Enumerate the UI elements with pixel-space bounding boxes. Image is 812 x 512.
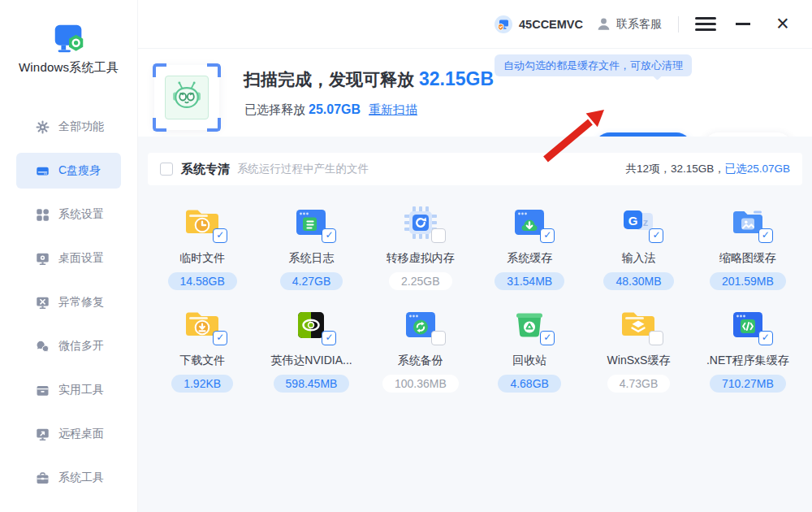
- minimize-button[interactable]: [736, 15, 754, 33]
- main-area: 45CCEMVC 联系客服: [138, 0, 812, 512]
- section-stats-selected: 已选25.07GB: [725, 163, 790, 175]
- item-size-badge: 201.59MB: [710, 272, 786, 290]
- clean-item[interactable]: 回收站 4.68GB: [475, 306, 584, 393]
- item-label: .NET程序集缓存: [693, 354, 802, 368]
- item-size-badge: 14.58GB: [168, 272, 237, 290]
- item-size-badge: 31.54MB: [495, 272, 564, 290]
- item-label: 下载文件: [148, 354, 257, 368]
- desktop-gear-icon: [36, 252, 50, 266]
- releasable-size: 32.15GB: [419, 68, 494, 89]
- item-checkbox[interactable]: [540, 228, 555, 243]
- item-label: 转移虚拟内存: [366, 251, 475, 266]
- sidebar-item-label: 桌面设置: [58, 251, 104, 266]
- person-icon: [596, 16, 611, 32]
- clean-item[interactable]: 缩略图缓存 201.59MB: [693, 203, 802, 290]
- menu-button[interactable]: [695, 17, 716, 31]
- item-checkbox[interactable]: [322, 228, 336, 243]
- app-window: Windows系统工具 全部功能 C盘瘦身 系统设置: [0, 0, 812, 512]
- sidebar-item-label: 异常修复: [58, 295, 104, 310]
- item-label: 输入法: [584, 251, 693, 266]
- sidebar-item-remote-desktop[interactable]: 远程桌面: [16, 412, 121, 456]
- clean-item[interactable]: 英伟达NVIDIA... 598.45MB: [257, 306, 365, 393]
- user-id: 45CCEMVC: [519, 18, 583, 31]
- svg-text:z: z: [643, 216, 649, 228]
- sidebar-item-label: 系统工具: [58, 471, 104, 485]
- item-checkbox[interactable]: [431, 331, 446, 345]
- sidebar-item-label: 系统设置: [58, 207, 104, 222]
- clean-item[interactable]: WinSxS缓存 4.73GB: [584, 306, 693, 393]
- sidebar-item-wechat-multi[interactable]: 微信多开: [16, 324, 121, 368]
- app-logo-icon: [50, 20, 88, 57]
- close-button[interactable]: [773, 15, 793, 34]
- item-checkbox[interactable]: [540, 331, 555, 345]
- item-checkbox[interactable]: [322, 331, 336, 345]
- clean-items-grid: 临时文件 14.58GB: [148, 185, 802, 393]
- item-checkbox[interactable]: [649, 228, 663, 243]
- titlebar-divider: [678, 16, 679, 33]
- remote-desktop-icon: [36, 427, 50, 441]
- contact-support-button[interactable]: 联系客服: [596, 16, 662, 32]
- sidebar-item-utility-tools[interactable]: 实用工具: [16, 368, 121, 412]
- scan-result-subtitle: 已选择释放25.07GB重新扫描: [244, 102, 417, 118]
- item-checkbox[interactable]: [213, 331, 227, 345]
- repair-icon: [36, 296, 50, 310]
- item-label: 临时文件: [148, 251, 257, 266]
- clean-item[interactable]: 系统备份 100.36MB: [366, 306, 475, 393]
- clean-item[interactable]: .NET程序集缓存 710.27MB: [693, 306, 802, 393]
- scan-header: 扫描完成，发现可释放32.15GB 已选择释放25.07GB重新扫描 自动勾选的…: [138, 49, 812, 137]
- sidebar-item-label: 实用工具: [58, 383, 104, 397]
- clean-item[interactable]: 系统缓存 31.54MB: [475, 203, 584, 290]
- clean-item[interactable]: 临时文件 14.58GB: [148, 203, 257, 290]
- sidebar-item-desktop-settings[interactable]: 桌面设置: [16, 236, 121, 280]
- item-checkbox[interactable]: [758, 331, 773, 345]
- sidebar: Windows系统工具 全部功能 C盘瘦身 系统设置: [0, 0, 138, 512]
- clean-tooltip: 自动勾选的都是缓存文件，可放心清理: [495, 54, 692, 76]
- section-checkbox[interactable]: [160, 163, 173, 176]
- clean-item[interactable]: 转移虚拟内存 2.25GB: [366, 203, 475, 290]
- item-size-badge: 48.30MB: [603, 272, 673, 290]
- item-size-badge: 1.92KB: [171, 375, 233, 393]
- sidebar-menu: 全部功能 C盘瘦身 系统设置 桌面设置: [0, 105, 137, 500]
- item-size-badge: 100.36MB: [382, 375, 459, 393]
- section-stats: 共12项，32.15GB，已选25.07GB: [625, 162, 790, 176]
- item-size-badge: 598.45MB: [274, 375, 350, 393]
- section-title: 系统专清: [181, 162, 230, 177]
- scan-robot-icon: [154, 65, 219, 130]
- item-size-badge: 2.25GB: [389, 272, 451, 290]
- item-label: 回收站: [475, 354, 584, 368]
- clean-item[interactable]: 下载文件 1.92KB: [148, 306, 257, 393]
- sidebar-item-system-settings[interactable]: 系统设置: [16, 193, 121, 236]
- clean-item[interactable]: z G 输入法 48.30MB: [584, 203, 693, 290]
- item-checkbox[interactable]: [649, 331, 663, 345]
- svg-text:G: G: [628, 214, 638, 228]
- item-label: 英伟达NVIDIA...: [257, 354, 365, 368]
- scan-result-title: 扫描完成，发现可释放32.15GB: [244, 68, 494, 91]
- item-size-badge: 4.68GB: [498, 375, 560, 393]
- item-label: 系统日志: [257, 251, 365, 266]
- item-checkbox[interactable]: [431, 228, 446, 243]
- rescan-link[interactable]: 重新扫描: [369, 102, 417, 116]
- selected-size: 25.07GB: [309, 102, 361, 116]
- item-label: 系统备份: [366, 354, 475, 368]
- toolbox-icon: [36, 471, 50, 485]
- sidebar-item-c-drive-slim[interactable]: C盘瘦身: [16, 149, 121, 193]
- sidebar-item-label: 全部功能: [58, 119, 104, 134]
- content-area: 系统专清 系统运行过程中产生的文件 共12项，32.15GB，已选25.07GB: [138, 137, 812, 512]
- chat-bubbles-icon: [36, 340, 50, 354]
- item-size-badge: 4.27GB: [280, 272, 343, 290]
- sidebar-item-all-features[interactable]: 全部功能: [16, 105, 121, 149]
- user-badge-icon: [494, 15, 513, 34]
- clean-item[interactable]: 系统日志 4.27GB: [257, 203, 365, 290]
- sidebar-item-label: C盘瘦身: [58, 163, 101, 178]
- item-checkbox[interactable]: [213, 228, 227, 243]
- sidebar-item-error-repair[interactable]: 异常修复: [16, 280, 121, 324]
- apps-icon: [36, 208, 50, 222]
- app-title: Windows系统工具: [0, 60, 137, 76]
- item-checkbox[interactable]: [758, 228, 773, 243]
- contact-support-label: 联系客服: [616, 17, 662, 32]
- item-size-badge: 710.27MB: [710, 375, 786, 393]
- item-label: 缩略图缓存: [693, 251, 802, 266]
- sidebar-item-label: 微信多开: [58, 339, 104, 354]
- item-label: WinSxS缓存: [584, 354, 693, 368]
- sidebar-item-system-tools[interactable]: 系统工具: [16, 456, 121, 500]
